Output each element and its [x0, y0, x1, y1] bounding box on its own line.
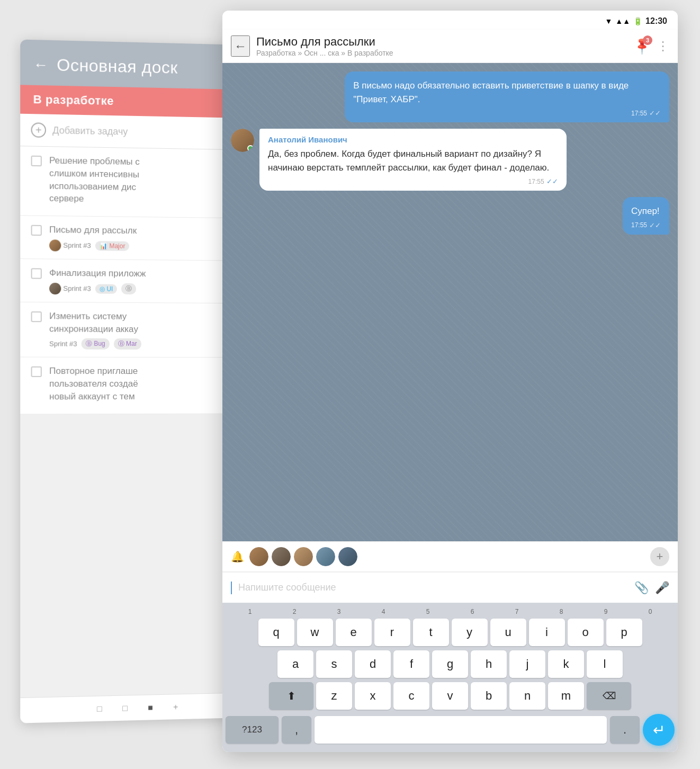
task-tags: Sprint #3 ◎ UI Ⓑ: [49, 283, 243, 296]
tag-mar: Ⓑ Mar: [114, 338, 141, 350]
symbols-key[interactable]: ?123: [226, 716, 279, 744]
status-bar: ▼ ▲▲ 🔋 12:30: [222, 11, 678, 30]
chat-header: ← Письмо для рассылки Разработка » Осн .…: [222, 30, 678, 63]
bell-icon[interactable]: 🔔: [231, 550, 244, 563]
key-h[interactable]: h: [471, 650, 507, 678]
key-q[interactable]: q: [258, 619, 294, 646]
task-title: Повторное приглашепользователя создаёнов…: [49, 365, 243, 403]
bg-column-header: В разработке: [20, 85, 253, 118]
bg-back-icon[interactable]: ←: [33, 56, 48, 74]
tag-major: 📊 Major: [95, 241, 130, 251]
wifi-icon: ▼: [605, 17, 613, 25]
nav-icon-2[interactable]: □: [119, 702, 131, 715]
chat-pin-button[interactable]: 📌 3: [632, 37, 651, 56]
status-icons: ▼ ▲▲ 🔋 12:30: [605, 16, 668, 26]
key-d[interactable]: d: [355, 650, 391, 678]
chat-card: ▼ ▲▲ 🔋 12:30 ← Письмо для рассылки Разра…: [222, 11, 678, 752]
key-l[interactable]: l: [587, 650, 623, 678]
keyboard-bottom-row: ?123 , . ↵: [226, 714, 675, 746]
task-checkbox[interactable]: [31, 366, 42, 377]
incoming-bubble: Анатолий Иванович Да, без проблем. Когда…: [259, 129, 567, 191]
key-o[interactable]: o: [568, 619, 604, 646]
message-input[interactable]: [238, 578, 628, 597]
task-item[interactable]: Повторное приглашепользователя создаёнов…: [20, 357, 253, 414]
task-item[interactable]: Изменить системусинхронизации аккаy Spri…: [20, 302, 253, 358]
key-u[interactable]: u: [490, 619, 526, 646]
enter-key[interactable]: ↵: [643, 714, 675, 746]
attachment-button[interactable]: 📎: [634, 581, 649, 595]
chat-header-info: Письмо для рассылки Разработка » Осн ...…: [256, 35, 626, 57]
key-a[interactable]: a: [277, 650, 313, 678]
add-task-row[interactable]: + Добавить задачу: [20, 114, 253, 150]
task-checkbox[interactable]: [31, 311, 42, 322]
tag-sprint: Sprint #3: [49, 283, 91, 295]
key-t[interactable]: t: [413, 619, 449, 646]
key-j[interactable]: j: [509, 650, 545, 678]
more-menu-button[interactable]: ⋮: [657, 39, 669, 53]
key-g[interactable]: g: [432, 650, 468, 678]
participant-avatar-3: [294, 547, 313, 566]
task-title: Изменить системусинхронизации аккаy: [49, 310, 243, 336]
key-w[interactable]: w: [297, 619, 333, 646]
nav-icon-4[interactable]: +: [169, 701, 182, 714]
participant-avatars: [249, 547, 645, 566]
task-tags: Sprint #3 📊 Major: [49, 239, 243, 253]
kb-num-7: 7: [495, 607, 539, 616]
text-cursor: [231, 582, 232, 594]
space-key[interactable]: [315, 716, 607, 744]
task-content: Финализация приложж Sprint #3 ◎ UI Ⓑ: [49, 267, 243, 296]
task-item[interactable]: Финализация приложж Sprint #3 ◎ UI Ⓑ: [20, 259, 253, 303]
chat-header-actions: 📌 3 ⋮: [632, 37, 669, 56]
key-p[interactable]: p: [606, 619, 642, 646]
tag-ui: ◎ UI: [95, 284, 118, 293]
task-title: Финализация приложж: [49, 267, 243, 281]
task-checkbox[interactable]: [31, 268, 42, 279]
kb-num-2: 2: [272, 607, 317, 616]
key-v[interactable]: v: [432, 682, 468, 710]
battery-icon: 🔋: [633, 17, 642, 25]
task-checkbox[interactable]: [31, 225, 42, 236]
task-content: Повторное приглашепользователя создаёнов…: [49, 365, 243, 406]
kb-num-3: 3: [317, 607, 361, 616]
tag-sprint: Sprint #3: [49, 340, 77, 348]
key-i[interactable]: i: [529, 619, 565, 646]
bg-header: ← Основная доск: [20, 39, 253, 90]
key-s[interactable]: s: [316, 650, 352, 678]
add-participant-button[interactable]: +: [650, 547, 669, 566]
key-c[interactable]: c: [393, 682, 429, 710]
key-y[interactable]: y: [452, 619, 488, 646]
keyboard-numbers-row: 1 2 3 4 5 6 7 8 9 0: [226, 607, 675, 616]
key-x[interactable]: x: [355, 682, 391, 710]
kb-num-1: 1: [228, 607, 272, 616]
key-n[interactable]: n: [509, 682, 545, 710]
key-f[interactable]: f: [393, 650, 429, 678]
signal-icon: ▲▲: [615, 17, 630, 25]
shift-key[interactable]: ⬆: [269, 682, 313, 710]
nav-icon-3[interactable]: ■: [144, 701, 157, 714]
key-z[interactable]: z: [316, 682, 352, 710]
delete-key[interactable]: ⌫: [587, 682, 631, 710]
outgoing-message-2: Супер! 17:55 ✓✓: [623, 197, 669, 235]
keyboard-row-1: q w e r t y u i o p: [226, 619, 675, 646]
key-m[interactable]: m: [548, 682, 584, 710]
bottom-nav: □ □ ■ +: [20, 692, 253, 723]
tag-sprint: Sprint #3: [49, 239, 91, 252]
key-e[interactable]: e: [336, 619, 372, 646]
nav-icon-1[interactable]: □: [93, 702, 106, 716]
participant-avatar-1: [249, 547, 268, 566]
task-checkbox[interactable]: [31, 156, 42, 166]
incoming-message-1: Анатолий Иванович Да, без проблем. Когда…: [231, 129, 669, 191]
task-item[interactable]: Письмо для рассылк Sprint #3 📊 Major: [20, 216, 253, 261]
microphone-button[interactable]: 🎤: [655, 581, 669, 595]
participant-avatar-5: [338, 547, 357, 566]
task-item[interactable]: Решение проблемы сслишком интенсивныиспо…: [20, 146, 253, 219]
key-b[interactable]: b: [471, 682, 507, 710]
message-time: 17:55 ✓✓: [631, 221, 661, 229]
kb-num-4: 4: [361, 607, 406, 616]
key-k[interactable]: k: [548, 650, 584, 678]
add-task-label: Добавить задачу: [52, 124, 128, 137]
comma-key[interactable]: ,: [282, 716, 311, 744]
chat-back-button[interactable]: ←: [231, 35, 250, 57]
period-key[interactable]: .: [610, 716, 640, 744]
key-r[interactable]: r: [374, 619, 410, 646]
